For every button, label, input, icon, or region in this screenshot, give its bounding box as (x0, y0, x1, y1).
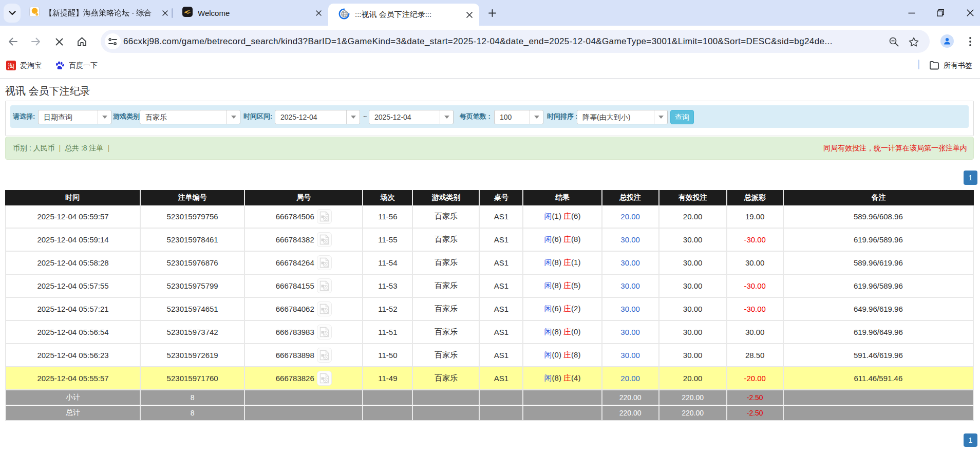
all-bookmarks-button[interactable]: 所有书签 (929, 59, 972, 72)
result-banker-label: 庄 (563, 281, 571, 290)
total-bet-link: 30.00 (620, 281, 640, 290)
cell-valid-bet: 20.00 (659, 205, 727, 229)
address-bar[interactable]: 66cxkj98.com/game/betrecord_search/kind3… (101, 30, 930, 53)
page-size-label: 每页笔数 : (460, 105, 491, 128)
close-window-button[interactable] (963, 5, 978, 21)
result-banker-points: (1) (571, 258, 580, 267)
result-banker-label: 庄 (563, 212, 571, 220)
dropdown-arrow-button[interactable] (654, 110, 667, 124)
cell-game: 百家乐 (413, 298, 480, 321)
column-header: 备注 (784, 190, 974, 205)
all-bookmarks-label: 所有书签 (944, 61, 972, 70)
date-end-select[interactable]: 2025-12-04 (369, 110, 454, 124)
result-banker-points: (8) (571, 350, 580, 359)
dropdown-arrow-button[interactable] (440, 110, 453, 124)
round-number: 666783826 (276, 374, 314, 383)
query-type-select[interactable]: 日期查询 (38, 110, 111, 124)
cell-table-no: AS1 (480, 367, 523, 390)
video-replay-button[interactable] (317, 255, 332, 270)
cell-valid-bet: 30.00 (659, 321, 727, 344)
cell-total-bet[interactable]: 30.00 (602, 298, 659, 321)
result-banker-points: (4) (571, 373, 580, 382)
folder-icon (929, 61, 939, 70)
cell-bet-id: 523015975799 (141, 275, 245, 298)
bookmark-baidu[interactable]: 百度一下 (55, 59, 98, 72)
game-type-select[interactable]: 百家乐 (140, 110, 240, 124)
cell-total-bet[interactable]: 30.00 (602, 275, 659, 298)
cell-total-bet[interactable]: 30.00 (602, 344, 659, 367)
cell-total-bet[interactable]: 30.00 (602, 321, 659, 344)
video-replay-button[interactable] (317, 301, 332, 316)
cell-round: 666784264 (245, 252, 363, 275)
date-end-value: 2025-12-04 (369, 110, 440, 124)
caret-down-icon (444, 116, 449, 119)
result-player-label: 闲 (544, 373, 552, 382)
bookmark-taobao[interactable]: 淘 爱淘宝 (6, 59, 42, 72)
cell-round: 666784506 (245, 205, 363, 229)
restore-button[interactable] (933, 5, 948, 21)
person-icon (943, 37, 951, 45)
video-replay-button[interactable] (317, 325, 332, 339)
bookmark-star-button[interactable] (906, 34, 921, 49)
cell-bet-id: 523015971760 (141, 367, 245, 390)
cell-round: 666783983 (245, 321, 363, 344)
result-banker-points: (2) (571, 304, 580, 313)
sort-select[interactable]: 降幂(由大到小) (577, 110, 668, 124)
cell-time: 2025-12-04 05:56:54 (5, 321, 141, 344)
bet-row: 2025-12-04 05:58:28523015976876666784264… (5, 252, 974, 275)
video-replay-button[interactable] (317, 209, 332, 224)
site-settings-button[interactable] (105, 33, 121, 49)
video-file-icon (319, 211, 330, 222)
video-replay-button[interactable] (317, 348, 332, 363)
video-replay-button[interactable] (317, 278, 332, 293)
result-player-points: (1) (552, 212, 564, 220)
pipe-separator: | (57, 144, 63, 152)
total-payout: -2.50 (747, 409, 763, 417)
date-start-select[interactable]: 2025-12-04 (275, 110, 360, 124)
dropdown-arrow-button[interactable] (530, 110, 543, 124)
forward-button[interactable] (27, 33, 45, 50)
browser-menu-button[interactable] (966, 33, 975, 50)
summary-note-text: 同局有效投注，统一计算在该局第一张注单内 (823, 137, 967, 159)
cell-payout: -30.00 (727, 298, 784, 321)
page-size-select[interactable]: 100 (494, 110, 543, 124)
game-type-label: 游戏类别 (113, 105, 140, 128)
video-file-icon (319, 350, 330, 361)
cell-bet-id: 523015976876 (141, 252, 245, 275)
pagination-page-1-top[interactable]: 1 (964, 171, 977, 185)
cell-bet-id: 523015972619 (141, 344, 245, 367)
cell-note: 589.96/608.96 (784, 205, 974, 229)
video-replay-button[interactable] (317, 232, 332, 247)
total-bet-link: 20.00 (620, 374, 640, 383)
cell-total-bet[interactable]: 30.00 (602, 252, 659, 275)
subtotal-cell-4 (413, 390, 480, 406)
cell-time: 2025-12-04 05:58:28 (5, 252, 141, 275)
cell-result: 闲(1) 庄(6) (523, 205, 602, 229)
dropdown-arrow-button[interactable] (227, 110, 240, 124)
total-bet-link: 30.00 (620, 258, 640, 267)
back-button[interactable] (4, 33, 22, 50)
video-replay-button[interactable] (317, 371, 332, 386)
pagination-page-1-bottom[interactable]: 1 (964, 433, 977, 447)
cell-total-bet[interactable]: 20.00 (602, 367, 659, 390)
caret-down-icon (231, 116, 236, 119)
dropdown-arrow-button[interactable] (346, 110, 360, 124)
home-button[interactable] (73, 33, 90, 50)
dropdown-arrow-button[interactable] (98, 110, 111, 124)
search-button[interactable]: 查询 (670, 110, 694, 124)
payout-value: 28.50 (745, 351, 765, 360)
cell-result: 闲(8) 庄(5) (523, 275, 602, 298)
cell-total-bet[interactable]: 30.00 (602, 229, 659, 252)
minimize-button[interactable] (904, 5, 919, 21)
round-number-with-replay: 666783983 (245, 325, 362, 339)
stop-loading-button[interactable] (50, 33, 68, 50)
profile-avatar-button[interactable] (940, 34, 954, 48)
url-text[interactable]: 66cxkj98.com/game/betrecord_search/kind3… (123, 30, 883, 53)
round-number-with-replay: 666783898 (245, 348, 362, 363)
cell-total-bet[interactable]: 20.00 (602, 205, 659, 229)
zoom-level-button[interactable] (886, 34, 901, 49)
cell-bet-id: 523015978461 (141, 229, 245, 252)
cell-session: 11-53 (363, 275, 413, 298)
result-banker-label: 庄 (563, 327, 571, 336)
round-number-with-replay: 666784062 (245, 301, 362, 316)
